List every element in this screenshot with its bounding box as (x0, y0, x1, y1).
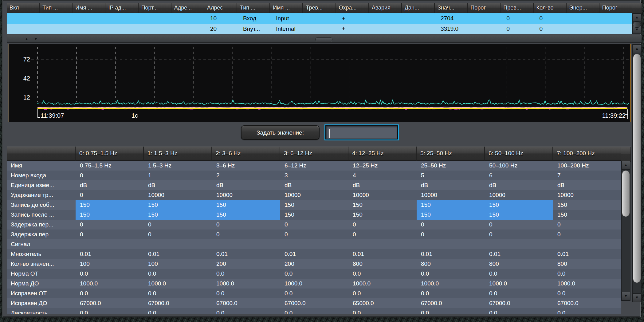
matrix-cell[interactable]: 67000.0 (485, 298, 553, 308)
matrix-cell[interactable]: 0.0 (212, 289, 280, 298)
top-table-cell[interactable]: + (336, 13, 369, 24)
matrix-cell[interactable]: 800 (485, 259, 553, 269)
matrix-cell[interactable]: 150 (144, 210, 212, 220)
top-table-cell[interactable] (402, 24, 435, 34)
top-table-column-header[interactable]: Алрес (204, 3, 237, 13)
matrix-cell[interactable]: 0 (144, 230, 212, 239)
matrix-cell[interactable]: 0.75–1.5 Hz (76, 161, 144, 171)
matrix-cell[interactable]: 1000.0 (348, 279, 417, 289)
matrix-cell[interactable]: 0 (76, 171, 144, 180)
top-table-cell[interactable]: 2704... (435, 13, 468, 24)
matrix-row-label[interactable]: Задержка пер... (7, 220, 76, 230)
top-table-cell[interactable]: 10 (204, 13, 237, 24)
top-table-column-header[interactable]: Порт... (139, 3, 171, 13)
top-table-column-header[interactable]: Трев... (303, 3, 336, 13)
matrix-cell[interactable]: 1000.0 (212, 279, 280, 289)
matrix-scroll-thumb[interactable] (622, 170, 630, 217)
matrix-cell[interactable]: dB (553, 180, 621, 190)
matrix-cell[interactable]: 5 (417, 171, 485, 180)
matrix-cell[interactable]: 150 (417, 200, 485, 210)
matrix-cell[interactable]: dB (348, 180, 417, 190)
matrix-cell[interactable]: 4 (348, 171, 417, 180)
matrix-cell[interactable]: 100–200 Hz (553, 161, 621, 171)
matrix-cell[interactable]: 150 (553, 200, 621, 210)
matrix-cell[interactable]: dB (76, 180, 144, 190)
matrix-column-header[interactable]: 4: 12–25 Hz (348, 147, 417, 161)
horizontal-splitter[interactable]: ▲ ▼ (7, 35, 642, 43)
matrix-cell[interactable]: 6 (485, 171, 553, 180)
top-table-cell[interactable] (139, 24, 171, 34)
matrix-cell[interactable]: 150 (212, 200, 280, 210)
matrix-cell[interactable]: 10000 (212, 190, 280, 200)
matrix-cell[interactable]: 0.0 (417, 308, 485, 314)
matrix-cell[interactable]: 0.0 (553, 289, 621, 298)
matrix-cell[interactable]: 0.01 (280, 249, 348, 259)
matrix-cell[interactable]: 10000 (553, 190, 621, 200)
matrix-column-header[interactable]: 7: 100–200 Hz (553, 147, 621, 161)
matrix-cell[interactable]: 67000.0 (417, 298, 485, 308)
top-table-cell[interactable] (303, 24, 336, 34)
matrix-cell[interactable]: 150 (144, 200, 212, 210)
matrix-cell[interactable]: 25–50 Hz (417, 161, 485, 171)
matrix-cell[interactable]: 0 (553, 220, 621, 230)
matrix-cell[interactable] (144, 239, 212, 249)
matrix-cell[interactable]: 150 (76, 200, 144, 210)
matrix-cell[interactable]: 67000.0 (553, 298, 621, 308)
lower-pane-scroll-thumb[interactable] (633, 54, 641, 283)
top-table-column-header[interactable]: Авария (369, 3, 402, 13)
top-table-cell[interactable] (369, 24, 402, 34)
matrix-cell[interactable]: 150 (348, 210, 417, 220)
matrix-cell[interactable]: 0.0 (417, 269, 485, 279)
matrix-cell[interactable]: 0 (348, 230, 417, 239)
top-table-cell[interactable] (73, 13, 105, 24)
top-table-cell[interactable] (468, 24, 501, 34)
top-table-cell[interactable] (7, 13, 40, 24)
matrix-cell[interactable]: 0 (348, 220, 417, 230)
top-table-column-header[interactable]: Вкл (7, 3, 40, 13)
matrix-cell[interactable]: 0.01 (348, 249, 417, 259)
chart-canvas[interactable] (9, 44, 630, 122)
scroll-up-icon[interactable]: ▲ (622, 161, 630, 170)
top-table-column-header[interactable]: Имя ... (73, 3, 105, 13)
top-table-column-header[interactable]: Знач... (435, 3, 468, 13)
matrix-cell[interactable] (553, 239, 621, 249)
top-table-cell[interactable]: 0 (501, 24, 533, 34)
matrix-cell[interactable]: 0.01 (417, 249, 485, 259)
matrix-cell[interactable]: 6–12 Hz (280, 161, 348, 171)
matrix-scroll-track[interactable] (622, 170, 630, 292)
matrix-cell[interactable]: 0.0 (553, 308, 621, 314)
matrix-cell[interactable]: 150 (485, 200, 553, 210)
matrix-cell[interactable]: 0.0 (280, 308, 348, 314)
top-table-row[interactable]: 20Внут...Internal+3319.000 (7, 24, 632, 34)
top-table-cell[interactable] (105, 24, 138, 34)
matrix-cell[interactable]: 50–100 Hz (485, 161, 553, 171)
matrix-cell[interactable]: 10000 (280, 190, 348, 200)
top-table-cell[interactable]: 0 (534, 13, 567, 24)
lower-pane-scrollbar[interactable]: ▲ ▼ (632, 44, 642, 302)
top-table-cell[interactable] (402, 13, 435, 24)
matrix-cell[interactable]: 1.5–3 Hz (144, 161, 212, 171)
matrix-cell[interactable]: dB (144, 180, 212, 190)
matrix-cell[interactable]: 65000.0 (348, 298, 417, 308)
matrix-cell[interactable]: 2 (212, 171, 280, 180)
matrix-cell[interactable]: 0.0 (417, 289, 485, 298)
matrix-column-header[interactable]: 3: 6–12 Hz (280, 147, 348, 161)
top-table-column-header[interactable]: Охра... (336, 3, 369, 13)
top-table-cell[interactable]: 0 (534, 24, 567, 34)
scroll-up-icon[interactable]: ▲ (633, 45, 641, 53)
matrix-cell[interactable]: 10000 (485, 190, 553, 200)
matrix-cell[interactable]: 1 (144, 171, 212, 180)
matrix-column-header[interactable]: 6: 50–100 Hz (485, 147, 553, 161)
top-table-cell[interactable] (567, 24, 599, 34)
matrix-cell[interactable] (76, 239, 144, 249)
scroll-down-icon[interactable]: ▼ (633, 293, 641, 302)
matrix-cell[interactable]: 0 (212, 230, 280, 239)
value-input[interactable] (326, 126, 397, 139)
signal-chart[interactable]: 72 42 12 11:39:07 1с 11:39:22 (9, 44, 631, 122)
top-table-row[interactable]: 10Вход...Input+2704...00 (7, 13, 632, 24)
matrix-cell[interactable]: 0.0 (212, 269, 280, 279)
matrix-cell[interactable]: 1000.0 (76, 279, 144, 289)
matrix-cell[interactable]: 150 (485, 210, 553, 220)
matrix-cell[interactable]: 0.01 (485, 249, 553, 259)
matrix-cell[interactable]: 150 (417, 210, 485, 220)
